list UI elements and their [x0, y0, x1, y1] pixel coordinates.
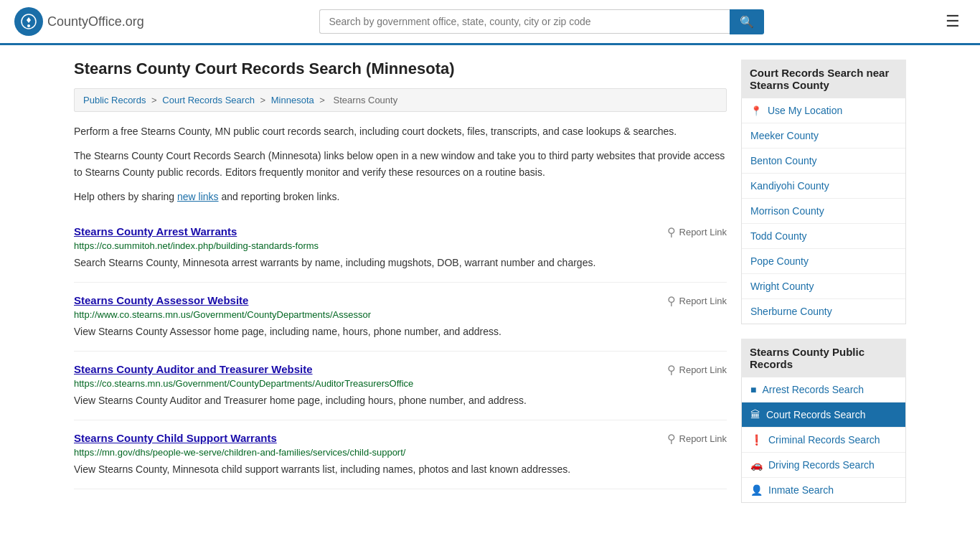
result-url-0: https://co.summitoh.net/index.php/buildi… [74, 240, 727, 251]
sidebar: Court Records Search near Stearns County… [741, 60, 906, 517]
nearby-heading: Court Records Search near Stearns County [741, 60, 906, 98]
nearby-link-6[interactable]: Pope County [742, 249, 905, 273]
pr-icon-2: ❗ [750, 434, 763, 446]
report-link-1[interactable]: ⚲ Report Link [667, 294, 727, 308]
pr-link-0[interactable]: ■ Arrest Records Search [742, 377, 905, 402]
result-header: Stearns County Assessor Website ⚲ Report… [74, 294, 727, 309]
public-records-section: Stearns County Public Records ■ Arrest R… [741, 339, 906, 503]
report-link-3[interactable]: ⚲ Report Link [667, 432, 727, 446]
nearby-item-4: Morrison County [742, 199, 905, 224]
nearby-link-8[interactable]: Sherburne County [742, 299, 905, 324]
public-records-item-2: ❗ Criminal Records Search [742, 428, 905, 453]
nearby-link-3[interactable]: Kandiyohi County [742, 174, 905, 198]
result-title-0[interactable]: Stearns County Arrest Warrants [74, 225, 237, 237]
breadcrumb-court-records[interactable]: Court Records Search [162, 95, 255, 105]
nearby-link-0[interactable]: Use My Location [742, 98, 905, 123]
logo-text: CountyOffice.org [47, 14, 144, 29]
report-link-2[interactable]: ⚲ Report Link [667, 363, 727, 377]
result-desc-1: View Stearns County Assessor home page, … [74, 324, 727, 339]
nearby-link-4[interactable]: Morrison County [742, 199, 905, 223]
pr-icon-0: ■ [750, 384, 756, 395]
search-area: 🔍 [319, 9, 764, 34]
result-desc-0: Search Stearns County, Minnesota arrest … [74, 255, 727, 270]
search-input[interactable] [319, 9, 730, 34]
public-records-item-0: ■ Arrest Records Search [742, 377, 905, 402]
public-records-list: ■ Arrest Records Search 🏛 Court Records … [741, 377, 906, 503]
report-icon: ⚲ [667, 432, 676, 446]
pr-link-3[interactable]: 🚗 Driving Records Search [742, 453, 905, 477]
breadcrumb: Public Records > Court Records Search > … [74, 88, 727, 112]
page-title: Stearns County Court Records Search (Min… [74, 60, 727, 78]
results-container: Stearns County Arrest Warrants ⚲ Report … [74, 214, 727, 489]
pr-link-4[interactable]: 👤 Inmate Search [742, 478, 905, 502]
main-container: Stearns County Court Records Search (Min… [60, 45, 920, 532]
result-url-3: https://mn.gov/dhs/people-we-serve/child… [74, 447, 727, 458]
result-item: Stearns County Arrest Warrants ⚲ Report … [74, 214, 727, 283]
public-records-heading: Stearns County Public Records [741, 339, 906, 377]
result-url-1: http://www.co.stearns.mn.us/Government/C… [74, 309, 727, 320]
report-icon: ⚲ [667, 225, 676, 239]
public-records-item-3: 🚗 Driving Records Search [742, 453, 905, 478]
nearby-list: Use My LocationMeeker CountyBenton Count… [741, 98, 906, 324]
nearby-item-7: Wright County [742, 274, 905, 299]
report-link-0[interactable]: ⚲ Report Link [667, 225, 727, 239]
pr-icon-4: 👤 [750, 484, 763, 496]
result-header: Stearns County Auditor and Treasurer Web… [74, 363, 727, 378]
pr-icon-1: 🏛 [750, 409, 760, 420]
nearby-link-7[interactable]: Wright County [742, 274, 905, 298]
nearby-link-5[interactable]: Todd County [742, 224, 905, 248]
nearby-link-2[interactable]: Benton County [742, 149, 905, 173]
nearby-item-6: Pope County [742, 249, 905, 274]
result-title-3[interactable]: Stearns County Child Support Warrants [74, 432, 277, 444]
result-item: Stearns County Child Support Warrants ⚲ … [74, 420, 727, 489]
result-title-2[interactable]: Stearns County Auditor and Treasurer Web… [74, 363, 313, 375]
svg-point-1 [27, 24, 30, 27]
nearby-item-5: Todd County [742, 224, 905, 249]
menu-button[interactable]: ☰ [940, 9, 966, 34]
site-header: CountyOffice.org 🔍 ☰ [0, 0, 980, 45]
pr-link-2[interactable]: ❗ Criminal Records Search [742, 428, 905, 452]
result-desc-3: View Stearns County, Minnesota child sup… [74, 462, 727, 477]
new-links-link[interactable]: new links [177, 191, 219, 202]
result-title-1[interactable]: Stearns County Assessor Website [74, 294, 248, 306]
nearby-item-1: Meeker County [742, 123, 905, 149]
public-records-item-1: 🏛 Court Records Search [742, 402, 905, 428]
report-icon: ⚲ [667, 294, 676, 308]
result-header: Stearns County Child Support Warrants ⚲ … [74, 432, 727, 447]
breadcrumb-public-records[interactable]: Public Records [83, 95, 146, 105]
search-button[interactable]: 🔍 [730, 9, 764, 34]
logo-icon [14, 7, 43, 36]
pr-icon-3: 🚗 [750, 459, 763, 471]
result-header: Stearns County Arrest Warrants ⚲ Report … [74, 225, 727, 240]
breadcrumb-minnesota[interactable]: Minnesota [271, 95, 314, 105]
nearby-section: Court Records Search near Stearns County… [741, 60, 906, 324]
pr-link-1[interactable]: 🏛 Court Records Search [742, 402, 905, 427]
logo: CountyOffice.org [14, 7, 144, 36]
main-content: Stearns County Court Records Search (Min… [74, 60, 727, 517]
nearby-item-2: Benton County [742, 149, 905, 174]
description-1: Perform a free Stearns County, MN public… [74, 123, 727, 139]
location-icon [750, 105, 762, 116]
breadcrumb-current: Stearns County [334, 95, 398, 105]
result-item: Stearns County Assessor Website ⚲ Report… [74, 283, 727, 352]
report-icon: ⚲ [667, 363, 676, 377]
description-3: Help others by sharing new links and rep… [74, 189, 727, 204]
result-desc-2: View Stearns County Auditor and Treasure… [74, 393, 727, 408]
result-url-2: https://co.stearns.mn.us/Government/Coun… [74, 378, 727, 389]
nearby-item-8: Sherburne County [742, 299, 905, 324]
description-2: The Stearns County Court Records Search … [74, 148, 727, 180]
nearby-item-0: Use My Location [742, 98, 905, 123]
nearby-item-3: Kandiyohi County [742, 174, 905, 199]
public-records-item-4: 👤 Inmate Search [742, 478, 905, 502]
result-item: Stearns County Auditor and Treasurer Web… [74, 352, 727, 420]
nearby-link-1[interactable]: Meeker County [742, 123, 905, 148]
